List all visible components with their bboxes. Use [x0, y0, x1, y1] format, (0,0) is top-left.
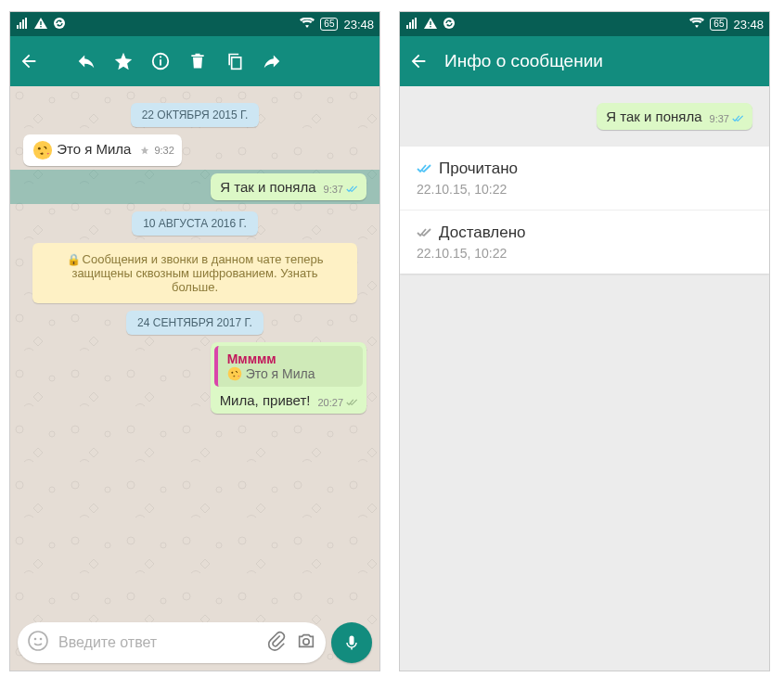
battery-indicator: 65 [710, 18, 727, 31]
read-ticks-icon [417, 163, 433, 174]
delete-icon[interactable] [186, 50, 209, 72]
svg-rect-6 [232, 57, 241, 70]
reply-quote: Ммммм Это я Мила [214, 346, 363, 387]
message-time: 9:32 [154, 145, 174, 156]
back-icon[interactable] [18, 50, 40, 72]
signal-icon [405, 18, 418, 32]
info-card: Прочитано 22.10.15, 10:22 Доставлено 22.… [400, 147, 769, 274]
date-separator: 24 СЕНТЯБРЯ 2017 Г. [126, 311, 263, 335]
copy-icon[interactable] [224, 50, 246, 72]
info-read: Прочитано 22.10.15, 10:22 [400, 147, 769, 211]
chat-action-toolbar [10, 36, 379, 86]
status-bar: 65 23:48 [10, 12, 379, 36]
delivered-ticks-icon [417, 227, 433, 238]
info-message-bubble: Я так и поняла 9:37 [597, 103, 752, 130]
svg-point-21 [443, 18, 455, 29]
info-timestamp: 22.10.15, 10:22 [417, 182, 752, 197]
svg-point-15 [34, 638, 37, 641]
message-out-reply[interactable]: Ммммм Это я Мила Мила, привет! 20:27 [23, 342, 366, 414]
message-out-selected[interactable]: Я так и поняла 9:37 [10, 170, 379, 204]
camera-icon[interactable] [296, 631, 316, 655]
info-toolbar: Инфо о сообщении [400, 36, 769, 86]
star-icon[interactable] [112, 50, 135, 72]
svg-rect-0 [40, 21, 41, 25]
svg-point-17 [303, 639, 309, 645]
clock: 23:48 [343, 18, 374, 32]
read-ticks-icon [346, 185, 359, 194]
wifi-icon [300, 18, 315, 32]
encryption-notice[interactable]: 🔒Сообщения и звонки в данном чате теперь… [32, 243, 357, 303]
emoji-kiss-icon [227, 366, 242, 381]
info-body: Я так и поняла 9:37 Прочитано 22.10.15, … [400, 86, 769, 671]
emoji-picker-icon[interactable] [27, 630, 49, 656]
message-time: 9:37 [710, 113, 729, 124]
svg-rect-5 [160, 57, 161, 58]
svg-point-14 [29, 632, 47, 650]
quote-text: Это я Мила [246, 366, 315, 381]
svg-point-13 [231, 372, 233, 374]
read-ticks-icon [732, 114, 745, 123]
chat-body: 22 ОКТЯБРЯ 2015 Г. Это я Мила 9:32 Я так… [10, 86, 379, 671]
message-in[interactable]: Это я Мила 9:32 [23, 134, 366, 166]
message-text: Я так и поняла [606, 109, 701, 124]
message-input[interactable]: Введите ответ [18, 622, 326, 663]
chat-screen: 65 23:48 22 ОКТЯБРЯ 2015 Г. [9, 11, 380, 671]
page-title: Инфо о сообщении [444, 51, 762, 71]
delivered-ticks-icon [346, 398, 359, 407]
svg-point-2 [54, 18, 65, 29]
svg-point-16 [40, 638, 43, 641]
mic-button[interactable] [331, 622, 372, 663]
attach-icon[interactable] [266, 631, 287, 655]
warning-icon [34, 18, 47, 32]
info-label-text: Доставлено [439, 224, 526, 242]
quote-sender: Ммммм [227, 351, 353, 366]
star-small-icon [138, 146, 151, 155]
status-bar: 65 23:48 [400, 12, 769, 36]
svg-point-12 [227, 367, 241, 381]
date-separator: 10 АВГУСТА 2016 Г. [132, 211, 258, 236]
message-text: Я так и поняла [220, 179, 315, 195]
signal-icon [16, 18, 29, 32]
svg-rect-18 [350, 636, 354, 645]
back-icon[interactable] [407, 50, 430, 72]
message-time: 9:37 [324, 184, 343, 195]
message-info-screen: 65 23:48 Инфо о сообщении Я так и поняла… [399, 11, 770, 671]
input-placeholder: Введите ответ [58, 634, 257, 651]
date-separator: 22 ОКТЯБРЯ 2015 Г. [131, 103, 260, 127]
message-text: Мила, привет! [220, 392, 311, 408]
message-time: 20:27 [317, 397, 343, 408]
reply-icon[interactable] [75, 50, 97, 72]
info-timestamp: 22.10.15, 10:22 [417, 246, 752, 261]
sync-icon [53, 17, 66, 32]
info-label-text: Прочитано [439, 160, 518, 178]
input-bar: Введите ответ [18, 622, 372, 663]
clock: 23:48 [733, 18, 764, 32]
warning-icon [424, 18, 437, 32]
emoji-kiss-icon [32, 140, 53, 160]
forward-icon[interactable] [261, 50, 283, 72]
info-delivered: Доставлено 22.10.15, 10:22 [400, 211, 769, 274]
svg-rect-4 [160, 59, 161, 65]
svg-rect-1 [40, 26, 41, 27]
message-text: Это я Мила [57, 141, 131, 157]
lock-icon: 🔒 [67, 253, 81, 266]
svg-point-10 [33, 141, 52, 160]
svg-point-11 [38, 147, 41, 150]
sync-icon [443, 17, 456, 32]
svg-rect-19 [430, 21, 431, 25]
svg-rect-20 [430, 26, 431, 27]
info-icon[interactable] [149, 50, 172, 72]
wifi-icon [689, 18, 704, 32]
battery-indicator: 65 [320, 18, 338, 31]
